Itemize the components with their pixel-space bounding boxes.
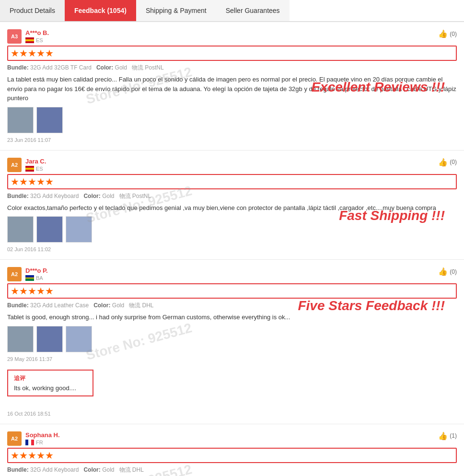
- reviewer-country: FR: [25, 440, 60, 445]
- avatar: A2: [7, 431, 22, 446]
- country-code: FR: [36, 440, 43, 445]
- followup-box: 追评 Its ok, working good....: [7, 370, 93, 396]
- reviewer-name-block: D***o P. BA: [25, 267, 48, 281]
- bundle-info: Bundle: 32G Add Keyboard Color: Gold 物流 …: [7, 192, 457, 200]
- country-flag: [25, 440, 34, 445]
- like-button[interactable]: 👍 (1): [438, 431, 457, 441]
- star-rating: ★★★★★: [7, 46, 457, 61]
- review-image[interactable]: [7, 326, 34, 352]
- review-image[interactable]: [66, 216, 92, 243]
- review-images: [7, 326, 457, 352]
- avatar: A2: [7, 267, 22, 281]
- star-rating: ★★★★★: [7, 174, 457, 189]
- review-item: A3 A***o B. ES 👍 (0) ★★★★★ Bundle: 32G A…: [0, 22, 464, 151]
- reviewer-left: A2 Jara C. ES: [7, 158, 46, 172]
- reviewer-header: A3 A***o B. ES 👍 (0): [7, 29, 457, 44]
- reviewer-name[interactable]: Sophana H.: [25, 431, 60, 439]
- country-code: ES: [36, 166, 43, 172]
- review-item: A2 Jara C. ES 👍 (0) ★★★★★ Bundle: 32G Ad…: [0, 151, 464, 260]
- reviewer-header: A2 D***o P. BA 👍 (0): [7, 267, 457, 281]
- reviewer-left: A3 A***o B. ES: [7, 29, 49, 44]
- like-button[interactable]: 👍 (0): [438, 158, 457, 167]
- star-rating: ★★★★★: [7, 283, 457, 299]
- star-rating: ★★★★★: [7, 448, 457, 463]
- like-icon: 👍: [438, 158, 448, 167]
- review-image[interactable]: [66, 326, 92, 352]
- like-button[interactable]: 👍 (0): [438, 29, 457, 38]
- reviewer-name-block: Jara C. ES: [25, 158, 46, 172]
- tab-product-details[interactable]: Product Details: [0, 0, 65, 21]
- reviewer-country: ES: [25, 37, 49, 43]
- reviewer-header: A2 Jara C. ES 👍 (0): [7, 158, 457, 172]
- like-count: (0): [450, 159, 457, 165]
- country-flag: [25, 166, 34, 172]
- review-image[interactable]: [36, 216, 63, 243]
- like-icon: 👍: [438, 431, 448, 441]
- reviewer-header: A2 Sophana H. FR 👍 (1): [7, 431, 457, 446]
- review-date: 23 Jun 2016 11:07: [7, 137, 457, 143]
- country-code: BA: [36, 275, 43, 281]
- reviewer-name[interactable]: A***o B.: [25, 29, 49, 36]
- avatar: A2: [7, 158, 22, 172]
- overlay-text: Excellent Reviews !!!: [311, 80, 445, 95]
- reviewer-name-block: Sophana H. FR: [25, 431, 60, 445]
- country-flag: [25, 275, 34, 281]
- followup-date: 16 Oct 2016 18:51: [7, 411, 457, 417]
- like-count: (0): [450, 31, 457, 37]
- country-code: ES: [36, 37, 43, 43]
- like-count: (0): [450, 268, 457, 275]
- like-count: (1): [450, 432, 457, 439]
- review-date: 29 May 2016 11:37: [7, 356, 457, 362]
- country-flag: [25, 37, 34, 43]
- reviews-list: A3 A***o B. ES 👍 (0) ★★★★★ Bundle: 32G A…: [0, 22, 464, 476]
- review-image[interactable]: [36, 107, 63, 133]
- reviewer-name-block: A***o B. ES: [25, 29, 49, 43]
- reviewer-left: A2 Sophana H. FR: [7, 431, 60, 446]
- overlay-text: Fast Shipping !!!: [339, 208, 445, 223]
- review-image[interactable]: [36, 326, 63, 352]
- tab-shipping[interactable]: Shipping & Payment: [136, 0, 216, 21]
- followup-text: Its ok, working good....: [14, 384, 87, 392]
- review-item: A2 D***o P. BA 👍 (0) ★★★★★ Bundle: 32G A…: [0, 260, 464, 424]
- tab-bar: Product DetailsFeedback (1054)Shipping &…: [0, 0, 464, 22]
- review-image[interactable]: [7, 216, 34, 243]
- like-icon: 👍: [438, 267, 448, 276]
- reviewer-country: BA: [25, 275, 48, 281]
- reviewer-country: ES: [25, 166, 46, 172]
- reviewer-left: A2 D***o P. BA: [7, 267, 48, 281]
- tab-feedback[interactable]: Feedback (1054): [65, 0, 136, 21]
- review-text: Tablet is good, enough strong... i had o…: [7, 313, 457, 322]
- like-icon: 👍: [438, 29, 448, 38]
- reviewer-name[interactable]: Jara C.: [25, 158, 46, 165]
- tab-seller[interactable]: Seller Guarantees: [216, 0, 290, 21]
- overlay-text: Five Stars Feedback !!!: [298, 298, 445, 313]
- review-date: 02 Jun 2016 11:02: [7, 246, 457, 252]
- review-images: [7, 107, 457, 133]
- review-item: A2 Sophana H. FR 👍 (1) ★★★★★ Bundle: 32G…: [0, 424, 464, 476]
- review-image[interactable]: [7, 107, 34, 133]
- bundle-info: Bundle: 32G Add 32GB TF Card Color: Gold…: [7, 64, 457, 72]
- like-button[interactable]: 👍 (0): [438, 267, 457, 276]
- avatar: A3: [7, 29, 22, 44]
- followup-label: 追评: [14, 374, 87, 383]
- reviewer-name[interactable]: D***o P.: [25, 267, 48, 274]
- bundle-info: Bundle: 32G Add Keyboard Color: Gold 物流 …: [7, 466, 457, 474]
